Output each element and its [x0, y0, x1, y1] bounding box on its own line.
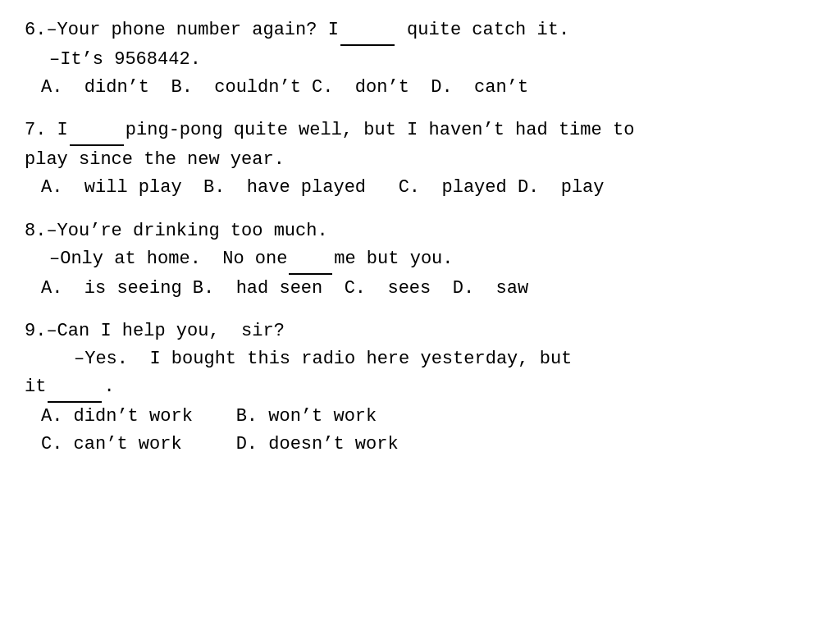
question-6: 6.–Your phone number again? I quite catc…	[25, 16, 815, 102]
q9-line1: 9.–Can I help you, sir?	[25, 317, 815, 345]
q9-line2: –Yes. I bought this radio here yesterday…	[25, 345, 815, 373]
question-8: 8.–You’re drinking too much. –Only at ho…	[25, 217, 815, 303]
q7-line1: 7. I ping-pong quite well, but I haven’t…	[25, 116, 815, 146]
q8-line1: 8.–You’re drinking too much.	[25, 217, 815, 245]
q7-options: A. will play B. have played C. played D.…	[25, 174, 815, 202]
page-content: 6.–Your phone number again? I quite catc…	[25, 16, 815, 459]
q7-blank	[70, 116, 124, 146]
q6-line1: 6.–Your phone number again? I quite catc…	[25, 16, 815, 46]
q8-blank	[289, 245, 332, 275]
q8-line2: –Only at home. No one me but you.	[25, 245, 815, 275]
q8-options: A. is seeing B. had seen C. sees D. saw	[25, 275, 815, 303]
q9-options1: A. didn’t work B. won’t work	[25, 403, 815, 431]
q9-blank	[48, 373, 102, 403]
question-7: 7. I ping-pong quite well, but I haven’t…	[25, 116, 815, 202]
q9-options2: C. can’t work D. doesn’t work	[25, 431, 815, 459]
q7-line2: play since the new year.	[25, 146, 815, 174]
q6-blank	[340, 16, 395, 46]
q6-line2: –It’s 9568442.	[25, 46, 815, 74]
q6-options: A. didn’t B. couldn’t C. don’t D. can’t	[25, 74, 815, 102]
question-9: 9.–Can I help you, sir? –Yes. I bought t…	[25, 317, 815, 459]
q9-line3: it .	[25, 373, 815, 403]
